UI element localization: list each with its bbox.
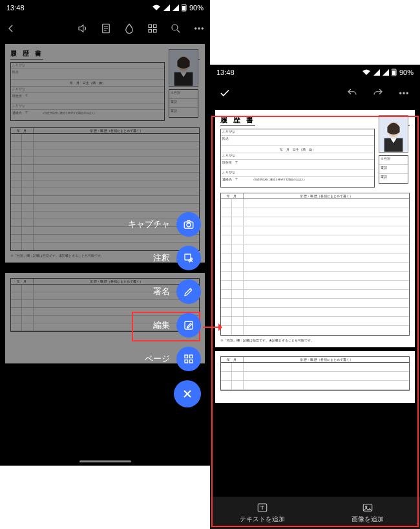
status-time: 13:48: [216, 69, 235, 76]
confirm-icon[interactable]: [214, 85, 231, 102]
svg-point-8: [195, 28, 196, 29]
add-image-button[interactable]: 画像を追加: [315, 497, 421, 529]
text-icon: [256, 502, 269, 513]
svg-point-10: [202, 28, 203, 29]
status-bar: 13:48 90%: [210, 65, 420, 80]
status-icons: 90%: [152, 4, 204, 12]
annotate-icon: [176, 246, 201, 270]
android-nav-bar: [0, 457, 210, 466]
more-icon[interactable]: [397, 86, 411, 100]
more-icon[interactable]: [192, 21, 206, 36]
svg-point-15: [187, 223, 191, 227]
resume-page-1: 履 歴 書 年 月 日現在 ふりがな 氏名 年 月 日生（満 歳） ふりがな 現…: [215, 110, 415, 347]
fab-capture[interactable]: キャプチャ: [128, 212, 201, 237]
search-icon[interactable]: [169, 21, 183, 36]
svg-point-7: [172, 25, 178, 30]
fab-menu: キャプチャ 注釈 署名 編集 ページ: [128, 212, 201, 407]
fab-annotate[interactable]: 注釈: [153, 246, 201, 270]
svg-rect-5: [149, 30, 152, 33]
svg-point-9: [198, 28, 200, 29]
svg-rect-20: [185, 360, 188, 363]
fab-sign[interactable]: 署名: [153, 279, 201, 304]
status-icons: 90%: [362, 69, 414, 76]
svg-rect-4: [154, 25, 157, 28]
svg-point-25: [403, 92, 404, 94]
status-bar: 13:48 90%: [0, 0, 210, 16]
resume-title: 履 歴 書: [220, 115, 255, 126]
svg-rect-21: [190, 360, 193, 363]
top-toolbar: [0, 16, 210, 41]
undo-icon[interactable]: [345, 86, 359, 100]
resume-photo[interactable]: [379, 115, 408, 153]
document-icon[interactable]: [99, 21, 113, 36]
back-icon[interactable]: [4, 21, 18, 36]
resume-page-2: 年 月学 歴・職 歴（各別にまとめて書く）: [215, 351, 415, 403]
sound-icon[interactable]: [76, 21, 90, 36]
svg-rect-19: [190, 355, 193, 358]
grid-icon: [176, 347, 201, 371]
resume-title: 履 歴 書: [10, 49, 43, 59]
svg-point-32: [365, 506, 366, 507]
svg-rect-3: [149, 25, 152, 28]
redo-icon[interactable]: [371, 86, 385, 100]
close-icon: [174, 380, 201, 407]
arrow-icon: [203, 322, 222, 335]
drop-icon[interactable]: [122, 21, 136, 36]
svg-rect-6: [154, 30, 157, 33]
edit-icon: [176, 313, 201, 338]
fab-close[interactable]: [174, 380, 201, 407]
add-text-button[interactable]: テキストを追加: [210, 497, 315, 529]
svg-rect-23: [392, 70, 395, 75]
pen-icon: [176, 279, 201, 304]
camera-icon: [176, 212, 201, 237]
svg-point-24: [400, 92, 401, 94]
status-time: 13:48: [6, 4, 25, 12]
edit-toolbar: [210, 80, 420, 106]
edit-bottom-bar: テキストを追加 画像を追加: [210, 497, 420, 529]
edit-document-viewport[interactable]: 履 歴 書 年 月 日現在 ふりがな 氏名 年 月 日生（満 歳） ふりがな 現…: [210, 106, 420, 497]
fab-edit[interactable]: 編集: [153, 313, 201, 338]
svg-rect-18: [185, 355, 188, 358]
fab-page[interactable]: ページ: [145, 347, 201, 371]
resume-photo: [169, 49, 198, 87]
svg-rect-1: [182, 6, 185, 10]
grid-icon[interactable]: [145, 21, 160, 36]
svg-point-26: [406, 92, 408, 94]
image-icon: [361, 502, 374, 513]
